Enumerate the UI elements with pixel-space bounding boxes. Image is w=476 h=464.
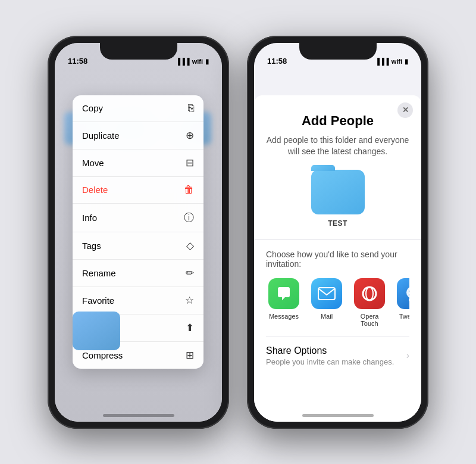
- home-indicator-1: [103, 414, 174, 417]
- battery-icon-1: ▮: [205, 58, 209, 66]
- chevron-right-icon: ›: [406, 350, 409, 361]
- svg-point-3: [406, 287, 409, 298]
- rename-icon: ✏: [186, 267, 194, 279]
- mail-svg: [318, 287, 336, 300]
- folder-bottom: [73, 312, 120, 350]
- tweetbot-label: Tweetbot: [399, 313, 409, 320]
- status-icons-1: ▐▐▐ wifi ▮: [176, 58, 209, 66]
- info-icon: ⓘ: [184, 211, 194, 225]
- tweetbot-svg: [403, 285, 409, 302]
- wifi-icon-2: wifi: [392, 58, 402, 65]
- status-icons-2: ▐▐▐ wifi ▮: [375, 58, 408, 66]
- messages-label: Messages: [269, 313, 299, 320]
- home-indicator-2: [302, 414, 374, 417]
- menu-item-rename[interactable]: Rename ✏: [73, 260, 203, 287]
- svg-rect-6: [409, 298, 409, 301]
- copy-icon: ⎘: [188, 102, 194, 114]
- close-button[interactable]: ✕: [397, 102, 413, 118]
- share-app-tweetbot[interactable]: Tweetbot: [394, 278, 409, 327]
- notch-2: [299, 43, 377, 60]
- tweetbot-icon: [397, 278, 409, 309]
- mail-label: Mail: [321, 313, 333, 320]
- menu-item-favorite[interactable]: Favorite ☆: [73, 287, 203, 314]
- menu-item-tags[interactable]: Tags ◇: [73, 232, 203, 260]
- menu-item-info[interactable]: Info ⓘ: [73, 204, 203, 232]
- menu-label-favorite: Favorite: [82, 295, 114, 306]
- share-options-row[interactable]: Share Options People you invite can make…: [266, 337, 409, 375]
- messages-icon: [268, 278, 299, 309]
- phone-2: 11:58 ▐▐▐ wifi ▮ ‹ Search ✕ Add People A…: [247, 36, 428, 429]
- folder-name: TEST: [328, 219, 347, 228]
- svg-point-1: [363, 287, 376, 300]
- phone-1-screen: 11:58 ▐▐▐ wifi ▮ ‹ Search Copy ⎘: [55, 43, 222, 422]
- status-time-2: 11:58: [267, 57, 287, 66]
- share-app-opera[interactable]: Opera Touch: [352, 278, 387, 327]
- share-prompt: Choose how you'd like to send your invit…: [266, 250, 409, 269]
- opera-label: Opera Touch: [352, 313, 387, 327]
- menu-label-tags: Tags: [82, 241, 101, 251]
- add-people-sheet: ✕ Add People Add people to this folder a…: [254, 95, 421, 422]
- menu-label-info: Info: [82, 213, 97, 223]
- menu-item-duplicate[interactable]: Duplicate ⊕: [73, 122, 203, 150]
- opera-touch-icon: [354, 278, 385, 309]
- folder-icon-large: [311, 170, 365, 214]
- menu-label-rename: Rename: [82, 268, 116, 278]
- compress-icon: ⊞: [186, 349, 194, 362]
- messages-svg: [275, 285, 292, 302]
- duplicate-icon: ⊕: [186, 129, 194, 142]
- menu-item-move[interactable]: Move ⊟: [73, 150, 203, 177]
- svg-point-2: [366, 287, 373, 300]
- favorite-icon: ☆: [185, 294, 194, 307]
- status-time-1: 11:58: [68, 57, 87, 66]
- move-icon: ⊟: [186, 157, 194, 169]
- sheet-subtitle: Add people to this folder and everyone w…: [266, 135, 409, 158]
- notch-1: [100, 43, 177, 60]
- delete-icon: 🗑: [184, 184, 194, 196]
- signal-icon-1: ▐▐▐: [176, 58, 189, 65]
- menu-label-duplicate: Duplicate: [82, 130, 120, 141]
- share-section: Choose how you'd like to send your invit…: [266, 240, 409, 337]
- folder-preview: TEST: [266, 170, 409, 228]
- menu-label-compress: Compress: [82, 350, 123, 360]
- phone-1: 11:58 ▐▐▐ wifi ▮ ‹ Search Copy ⎘: [48, 36, 229, 429]
- share-options-sub: People you invite can make changes.: [266, 357, 394, 366]
- phone-2-screen: 11:58 ▐▐▐ wifi ▮ ‹ Search ✕ Add People A…: [254, 43, 421, 422]
- wifi-icon-1: wifi: [192, 58, 203, 65]
- share-apps-row: Messages Mail: [266, 278, 409, 327]
- tags-icon: ◇: [186, 239, 194, 252]
- battery-icon-2: ▮: [405, 58, 408, 66]
- menu-label-move: Move: [82, 158, 104, 168]
- menu-label-copy: Copy: [82, 103, 103, 113]
- share-options-title: Share Options: [266, 345, 394, 356]
- signal-icon-2: ▐▐▐: [375, 58, 389, 65]
- close-icon: ✕: [402, 105, 409, 114]
- share-options-text: Share Options People you invite can make…: [266, 345, 394, 366]
- menu-label-delete: Delete: [82, 185, 108, 195]
- svg-rect-0: [318, 288, 335, 300]
- share-app-mail[interactable]: Mail: [309, 278, 345, 327]
- menu-item-copy[interactable]: Copy ⎘: [73, 95, 203, 122]
- menu-item-delete[interactable]: Delete 🗑: [73, 177, 203, 204]
- mail-icon: [311, 278, 342, 309]
- sheet-title: Add People: [266, 113, 409, 129]
- share-icon: ⬆: [186, 322, 194, 334]
- opera-svg: [361, 285, 378, 303]
- share-app-messages[interactable]: Messages: [266, 278, 302, 327]
